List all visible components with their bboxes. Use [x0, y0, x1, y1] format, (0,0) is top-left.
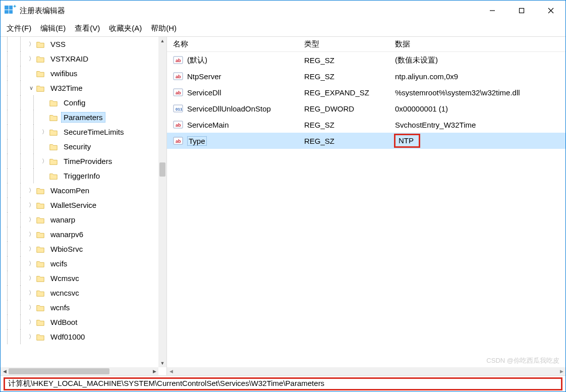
value-name: NtpServer [187, 72, 221, 81]
tree-node-vstxraid[interactable]: 〉VSTXRAID [1, 51, 158, 66]
tree-node-label: Wdf01000 [48, 331, 87, 342]
value-type: REG_EXPAND_SZ [298, 88, 389, 97]
value-type: REG_SZ [298, 137, 389, 145]
expand-icon[interactable]: 〉 [40, 128, 49, 136]
values-list-pane: 名称 类型 数据 ab(默认)REG_SZ(数值未设置)abNtpServerR… [167, 37, 565, 375]
tree-node-label: VSS [48, 39, 68, 49]
expand-icon[interactable]: ∨ [27, 85, 36, 91]
tree-vertical-scrollbar[interactable]: ▲▼ [158, 37, 166, 367]
expand-icon[interactable]: 〉 [27, 216, 36, 223]
close-button[interactable] [536, 1, 565, 21]
expand-icon[interactable]: 〉 [27, 274, 36, 282]
tree-node-wacompen[interactable]: 〉WacomPen [1, 183, 158, 198]
minimize-button[interactable] [478, 1, 507, 21]
tree-node-securetimelimits[interactable]: 〉SecureTimeLimits [1, 125, 158, 139]
expand-icon[interactable]: 〉 [40, 157, 49, 165]
tree-node-label: wanarpv6 [48, 229, 86, 240]
value-row[interactable]: ab(默认)REG_SZ(数值未设置) [167, 52, 565, 68]
expand-icon[interactable]: 〉 [27, 289, 36, 297]
tree-node-triggerinfo[interactable]: TriggerInfo [1, 169, 158, 183]
tree-node-label: Security [61, 141, 93, 152]
expand-icon[interactable]: 〉 [27, 245, 36, 253]
menu-favorites[interactable]: 收藏夹(A) [109, 24, 142, 33]
expand-icon[interactable]: 〉 [27, 231, 36, 238]
expand-icon[interactable]: 〉 [27, 304, 36, 311]
menu-edit[interactable]: 编辑(E) [40, 24, 66, 33]
column-header-name[interactable]: 名称 [167, 39, 298, 49]
tree-horizontal-scrollbar[interactable]: ◀▶ [1, 367, 158, 375]
tree-node-label: VSTXRAID [48, 53, 91, 64]
tree-node-walletservice[interactable]: 〉WalletService [1, 198, 158, 212]
tree-node-label: wanarp [48, 214, 78, 225]
tree-node-vwifibus[interactable]: vwifibus [1, 66, 158, 81]
value-row[interactable]: 011ServiceDllUnloadOnStopREG_DWORD0x0000… [167, 100, 565, 117]
value-data: SvchostEntry_W32Time [389, 121, 565, 129]
value-data: ntp.aliyun.com,0x9 [389, 72, 565, 81]
tree-node-wdboot[interactable]: 〉WdBoot [1, 315, 158, 329]
expand-icon[interactable]: 〉 [27, 187, 36, 194]
value-data: (数值未设置) [389, 55, 565, 65]
value-name: ServiceMain [187, 121, 229, 129]
value-data: %systemroot%\system32\w32time.dll [389, 88, 565, 97]
value-name: Type [187, 136, 207, 146]
menubar: 文件(F) 编辑(E) 查看(V) 收藏夹(A) 帮助(H) [1, 21, 565, 37]
tree-node-label: WalletService [48, 200, 99, 210]
value-name: ServiceDll [187, 88, 221, 97]
tree-node-label: Parameters [61, 112, 105, 123]
value-row[interactable]: abNtpServerREG_SZntp.aliyun.com,0x9 [167, 68, 565, 84]
expand-icon[interactable]: 〉 [27, 333, 36, 341]
expand-icon[interactable]: 〉 [27, 55, 36, 63]
window-title: 注册表编辑器 [20, 6, 65, 16]
value-data: NTP [389, 134, 565, 148]
tree-node-label: wcncsvc [48, 288, 82, 298]
expand-icon[interactable]: 〉 [27, 260, 36, 267]
list-horizontal-scrollbar[interactable]: ◀▶ [167, 367, 565, 375]
tree-node-wcmsvc[interactable]: 〉Wcmsvc [1, 271, 158, 286]
values-list-header: 名称 类型 数据 [167, 37, 565, 52]
value-row[interactable]: abTypeREG_SZNTP [167, 133, 565, 149]
value-type: REG_SZ [298, 121, 389, 129]
tree-node-wbiosrvc[interactable]: 〉WbioSrvc [1, 242, 158, 256]
tree-node-label: W32Time [48, 83, 85, 93]
svg-text:ab: ab [176, 74, 181, 79]
value-type: REG_SZ [298, 72, 389, 81]
tree-pane: 〉VSS〉VSTXRAIDvwifibus∨W32TimeConfigParam… [1, 37, 167, 375]
tree-node-label: WdBoot [48, 317, 80, 327]
value-type: REG_DWORD [298, 104, 389, 113]
expand-icon[interactable]: 〉 [27, 201, 36, 209]
path-input[interactable] [4, 377, 562, 390]
tree-node-w32time[interactable]: ∨W32Time [1, 81, 158, 95]
svg-text:ab: ab [176, 58, 181, 63]
value-row[interactable]: abServiceMainREG_SZSvchostEntry_W32Time [167, 117, 565, 133]
svg-text:ab: ab [176, 139, 181, 144]
tree-node-vss[interactable]: 〉VSS [1, 37, 158, 51]
menu-view[interactable]: 查看(V) [75, 24, 100, 33]
tree-node-config[interactable]: Config [1, 95, 158, 110]
svg-text:011: 011 [176, 107, 183, 111]
tree-node-wanarp[interactable]: 〉wanarp [1, 212, 158, 227]
tree-node-label: Config [61, 97, 88, 108]
tree-node-security[interactable]: Security [1, 139, 158, 154]
app-icon: ✦ [5, 6, 15, 16]
menu-help[interactable]: 帮助(H) [151, 24, 177, 33]
expand-icon[interactable]: 〉 [27, 318, 36, 326]
maximize-button[interactable] [507, 1, 536, 21]
tree-node-wcifs[interactable]: 〉wcifs [1, 256, 158, 271]
tree-node-wanarpv6[interactable]: 〉wanarpv6 [1, 227, 158, 242]
menu-file[interactable]: 文件(F) [7, 24, 31, 33]
tree-node-parameters[interactable]: Parameters [1, 110, 158, 125]
column-header-type[interactable]: 类型 [298, 39, 389, 49]
tree-node-wcnfs[interactable]: 〉wcnfs [1, 300, 158, 315]
value-data: 0x00000001 (1) [389, 104, 565, 113]
column-header-data[interactable]: 数据 [389, 39, 565, 49]
tree-node-label: wcifs [48, 258, 70, 269]
value-row[interactable]: abServiceDllREG_EXPAND_SZ%systemroot%\sy… [167, 84, 565, 100]
expand-icon[interactable]: 〉 [27, 40, 36, 48]
tree-node-wcncsvc[interactable]: 〉wcncsvc [1, 286, 158, 300]
svg-text:ab: ab [176, 90, 181, 95]
value-type: REG_SZ [298, 56, 389, 65]
tree-node-label: Wcmsvc [48, 273, 82, 284]
tree-node-wdf01000[interactable]: 〉Wdf01000 [1, 329, 158, 344]
titlebar: ✦ 注册表编辑器 [1, 1, 565, 21]
tree-node-timeproviders[interactable]: 〉TimeProviders [1, 154, 158, 169]
